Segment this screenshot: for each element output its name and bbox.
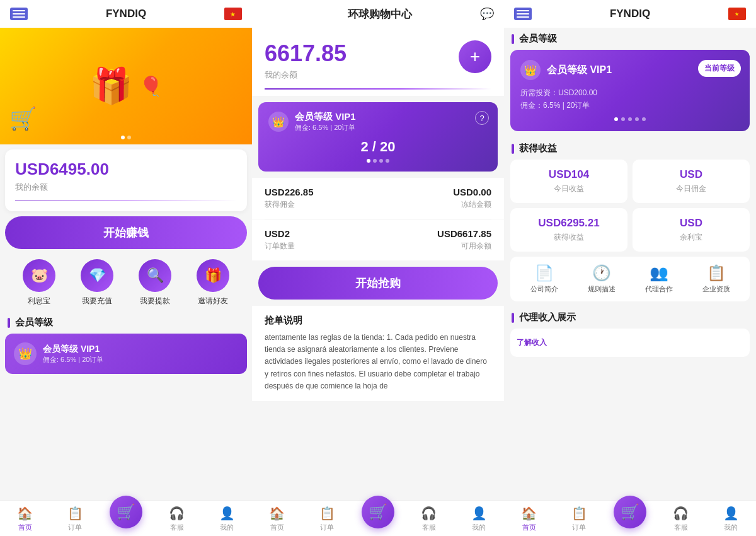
icon-yaoqing[interactable]: 🎁 邀请好友 (197, 259, 229, 306)
vip-dot-1 (367, 159, 370, 163)
middle-nav-center[interactable]: 🛒 (362, 506, 394, 532)
tikuan-icon: 🔍 (139, 259, 171, 292)
right-top-bar: FYNDIQ ★ (504, 0, 756, 28)
r-orders-label: 订单 (572, 523, 586, 532)
agent-row-1: 了解收入 (517, 335, 743, 351)
r-vip-dots (520, 117, 740, 121)
wallet-plus-button[interactable]: + (459, 40, 491, 73)
left-nav-home[interactable]: 🏠 首页 (9, 506, 41, 532)
right-nav-center[interactable]: 🛒 (614, 506, 646, 532)
middle-nav-home[interactable]: 🏠 首页 (261, 506, 293, 532)
chongzhi-icon: 💎 (81, 259, 113, 292)
wallet-label: 我的余额 (265, 69, 346, 81)
middle-panel: 环球购物中心 💬 6617.85 我的余额 + 👑 会员等级 VIP1 佣金: … (252, 0, 504, 536)
chongzhi-label: 我要充值 (82, 296, 112, 306)
r-dot-2 (621, 117, 625, 121)
earnings-header: 获得收益 (504, 137, 756, 160)
right-nav-service[interactable]: 🎧 客服 (665, 506, 697, 532)
right-nav-orders[interactable]: 📋 订单 (563, 506, 595, 532)
message-icon[interactable]: 💬 (480, 7, 494, 21)
stat-orders: USD2 订单数量 (265, 228, 295, 252)
left-banner: 🛒 🎁 🎈 (0, 28, 252, 144)
icon-chongzhi[interactable]: 💎 我要充值 (81, 259, 113, 306)
r-orders-icon: 📋 (571, 506, 587, 521)
home-icon: 🏠 (17, 506, 33, 521)
right-scroll-area: 会员等级 👑 会员等级 VIP1 所需投资：USD200.00 佣金：6.5% … (504, 28, 756, 496)
tikuan-label: 我要提款 (140, 296, 170, 306)
yulibao-amount: USD (641, 217, 741, 230)
middle-nav-mine[interactable]: 👤 我的 (463, 506, 495, 532)
flag-cn[interactable]: ★ (728, 8, 746, 20)
lixibao-label: 利息宝 (28, 296, 50, 306)
stat-frozen-val: USD0.00 (453, 187, 491, 197)
r-service-icon: 🎧 (673, 506, 689, 521)
left-nav-center[interactable]: 🛒 (110, 506, 142, 532)
left-icon-grid: 🐷 利息宝 💎 我要充值 🔍 我要提款 🎁 邀请好友 (0, 254, 252, 312)
vip-progress: 2 / 20 (268, 139, 488, 155)
r-menu-icon[interactable] (514, 8, 532, 20)
total-income-label: 获得收益 (519, 232, 619, 243)
dot-1 (121, 136, 125, 139)
flag-vn[interactable]: ★ (224, 8, 242, 20)
buy-button[interactable]: 开始抢购 (258, 267, 498, 300)
yulibao-label: 余利宝 (641, 232, 741, 243)
menu-icon[interactable] (10, 8, 28, 20)
left-nav-service[interactable]: 🎧 客服 (161, 506, 193, 532)
r-vip-commission: 佣金：6.5% | 20订单 (520, 100, 740, 111)
middle-bottom-nav: 🏠 首页 📋 订单 🛒 🎧 客服 👤 我的 (252, 500, 504, 536)
earning-total-income: USD6295.21 获得收益 (510, 208, 627, 252)
r-dot-4 (635, 117, 639, 121)
company-label: 公司简介 (530, 284, 558, 294)
m-service-icon: 🎧 (421, 506, 437, 521)
r-center-button[interactable]: 🛒 (614, 496, 646, 528)
current-level-button[interactable]: 当前等级 (698, 60, 741, 77)
vip-question-icon[interactable]: ? (475, 111, 489, 125)
quick-agent[interactable]: 👥 代理合作 (645, 264, 673, 294)
stat-orders-val: USD2 (265, 228, 295, 239)
instructions-text: atentamente las reglas de la tienda: 1. … (265, 332, 491, 392)
vip-info: 会员等级 VIP1 佣金: 6.5% | 20订单 (43, 344, 103, 364)
middle-nav-orders[interactable]: 📋 订单 (311, 506, 343, 532)
today-commission-label: 今日佣金 (641, 184, 741, 194)
orders-icon: 📋 (67, 506, 83, 521)
m-center-button[interactable]: 🛒 (362, 496, 394, 528)
balloon-icon: 🎈 (139, 75, 163, 97)
vip-title: 会员等级 VIP1 (43, 344, 103, 355)
left-start-button[interactable]: 开始赚钱 (5, 216, 247, 249)
m-mine-label: 我的 (472, 523, 486, 532)
right-nav-mine[interactable]: 👤 我的 (715, 506, 747, 532)
center-button[interactable]: 🛒 (110, 496, 142, 528)
stat-commission: USD226.85 获得佣金 (265, 187, 314, 210)
left-nav-mine[interactable]: 👤 我的 (211, 506, 243, 532)
right-member-header: 会员等级 (504, 28, 756, 50)
service-label: 客服 (170, 523, 184, 532)
right-nav-home[interactable]: 🏠 首页 (513, 506, 545, 532)
middle-nav-service[interactable]: 🎧 客服 (413, 506, 445, 532)
right-vip-card: 👑 会员等级 VIP1 所需投资：USD200.00 佣金：6.5% | 20订… (510, 50, 750, 131)
icon-tikuan[interactable]: 🔍 我要提款 (139, 259, 171, 306)
balance-divider (15, 201, 237, 201)
agent-label: 代理合作 (645, 284, 673, 294)
stats-row-1: USD226.85 获得佣金 USD0.00 冻结金额 (252, 178, 504, 219)
cart-icon: 🛒 (9, 106, 37, 132)
service-icon: 🎧 (169, 506, 185, 521)
quick-rules[interactable]: 🕐 规则描述 (588, 264, 616, 294)
left-top-bar: FYNDIQ ★ (0, 0, 252, 28)
qualify-icon: 📋 (707, 264, 726, 282)
dot-2 (127, 136, 131, 139)
quick-qualify[interactable]: 📋 企业资质 (702, 264, 730, 294)
left-nav-orders[interactable]: 📋 订单 (59, 506, 91, 532)
wallet-amount: 6617.85 (265, 40, 346, 67)
today-income-label: 今日收益 (519, 184, 619, 194)
m-orders-label: 订单 (320, 523, 334, 532)
agent-section-header: 代理收入展示 (504, 306, 756, 329)
m-service-label: 客服 (422, 523, 436, 532)
vip-dot-2 (373, 159, 377, 163)
left-scroll-area: 🛒 🎁 🎈 USD6495.00 我的余额 开始赚钱 🐷 利息宝 💎 (0, 28, 252, 496)
stat-commission-label: 获得佣金 (265, 199, 314, 210)
quick-company[interactable]: 📄 公司简介 (530, 264, 558, 294)
icon-lixibao[interactable]: 🐷 利息宝 (23, 259, 55, 306)
total-income-amount: USD6295.21 (519, 217, 619, 230)
left-panel: FYNDIQ ★ 🛒 🎁 🎈 USD6495.00 我的余额 开始赚钱 (0, 0, 252, 536)
r-vip-invest: 所需投资：USD200.00 (520, 88, 740, 98)
